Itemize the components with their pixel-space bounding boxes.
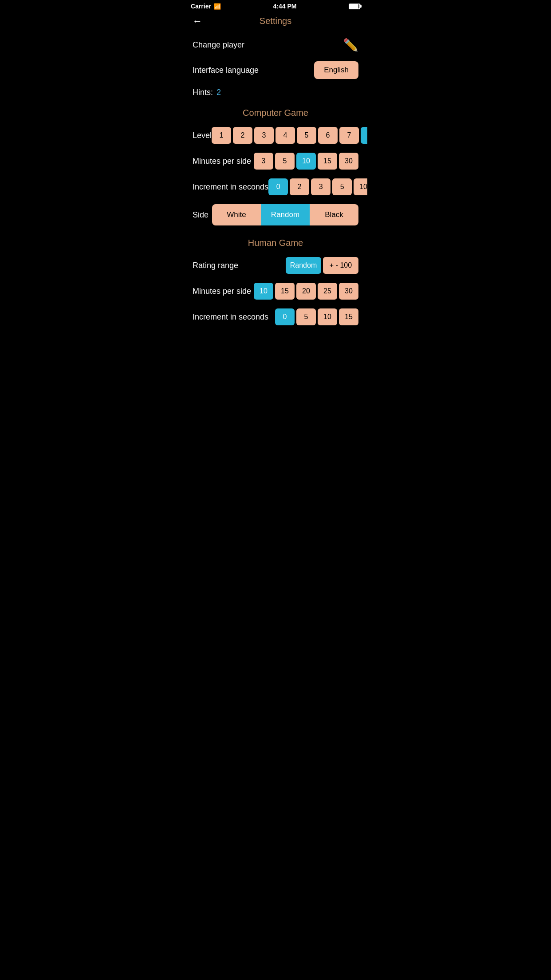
human-minutes-btn-group: 10 15 20 25 30	[254, 283, 358, 300]
hints-row: Hints: 2	[184, 83, 367, 100]
level-btn-5[interactable]: 5	[297, 127, 316, 144]
side-label: Side	[193, 210, 209, 220]
side-btn-random[interactable]: Random	[261, 204, 310, 225]
interface-language-label: Interface language	[193, 66, 259, 75]
computer-minutes-label: Minutes per side	[193, 157, 251, 166]
human-increment-row: Increment in seconds 0 5 10 15	[184, 304, 367, 330]
computer-inc-btn-0[interactable]: 0	[268, 178, 288, 195]
level-btn-4[interactable]: 4	[276, 127, 295, 144]
computer-min-btn-5[interactable]: 5	[275, 153, 295, 170]
pencil-icon[interactable]: ✏️	[343, 38, 358, 52]
human-min-btn-30[interactable]: 30	[339, 283, 358, 300]
wifi-icon: 📶	[214, 3, 221, 10]
language-button[interactable]: English	[314, 61, 358, 79]
computer-min-btn-15[interactable]: 15	[318, 153, 337, 170]
page-title: Settings	[260, 16, 291, 26]
computer-inc-btn-10[interactable]: 10	[354, 178, 367, 195]
carrier-label: Carrier	[191, 3, 211, 10]
human-min-btn-10[interactable]: 10	[254, 283, 273, 300]
computer-game-title: Computer Game	[184, 100, 367, 122]
human-inc-btn-5[interactable]: 5	[296, 308, 316, 325]
computer-min-btn-3[interactable]: 3	[254, 153, 273, 170]
side-btn-black[interactable]: Black	[310, 204, 358, 225]
rating-100-btn[interactable]: + - 100	[323, 257, 358, 274]
human-minutes-label: Minutes per side	[193, 287, 251, 296]
hints-label: Hints:	[193, 88, 213, 97]
computer-minutes-row: Minutes per side 3 5 10 15 30	[184, 148, 367, 174]
human-increment-label: Increment in seconds	[193, 312, 268, 322]
status-left: Carrier 📶	[191, 3, 221, 10]
interface-language-row: Interface language English	[184, 57, 367, 83]
human-inc-btn-0[interactable]: 0	[275, 308, 295, 325]
computer-minutes-btn-group: 3 5 10 15 30	[254, 153, 358, 170]
computer-inc-btn-2[interactable]: 2	[290, 178, 309, 195]
human-min-btn-20[interactable]: 20	[296, 283, 316, 300]
status-bar: Carrier 📶 4:44 PM	[184, 0, 367, 12]
rating-range-btn-group: Random + - 100	[286, 257, 358, 274]
hints-value: 2	[216, 88, 221, 97]
level-btn-7[interactable]: 7	[339, 127, 359, 144]
level-btn-1[interactable]: 1	[212, 127, 231, 144]
computer-inc-btn-3[interactable]: 3	[311, 178, 331, 195]
level-label: Level	[193, 131, 212, 140]
battery-icon	[349, 4, 360, 9]
time-label: 4:44 PM	[273, 3, 297, 10]
human-game-title: Human Game	[184, 230, 367, 253]
side-btn-white[interactable]: White	[212, 204, 261, 225]
change-player-row: Change player ✏️	[184, 33, 367, 57]
human-min-btn-15[interactable]: 15	[275, 283, 295, 300]
human-inc-btn-10[interactable]: 10	[318, 308, 337, 325]
computer-inc-btn-5[interactable]: 5	[332, 178, 352, 195]
change-player-label: Change player	[193, 40, 244, 50]
header: ← Settings	[184, 12, 367, 33]
computer-increment-row: Increment in seconds 0 2 3 5 10	[184, 174, 367, 200]
level-btn-group: 1 2 3 4 5 6 7 8	[212, 127, 367, 144]
level-btn-8[interactable]: 8	[361, 127, 367, 144]
side-btn-group: White Random Black	[212, 204, 358, 225]
computer-increment-btn-group: 0 2 3 5 10	[268, 178, 367, 195]
rating-range-row: Rating range Random + - 100	[184, 253, 367, 278]
side-row: Side White Random Black	[184, 200, 367, 230]
back-button[interactable]: ←	[193, 16, 202, 27]
rating-range-label: Rating range	[193, 261, 238, 270]
rating-random-btn[interactable]: Random	[286, 257, 321, 274]
human-increment-btn-group: 0 5 10 15	[275, 308, 358, 325]
level-btn-2[interactable]: 2	[233, 127, 252, 144]
computer-min-btn-30[interactable]: 30	[339, 153, 358, 170]
level-btn-3[interactable]: 3	[254, 127, 274, 144]
human-minutes-row: Minutes per side 10 15 20 25 30	[184, 278, 367, 304]
level-btn-6[interactable]: 6	[318, 127, 338, 144]
level-row: Level 1 2 3 4 5 6 7 8	[184, 122, 367, 148]
human-min-btn-25[interactable]: 25	[318, 283, 337, 300]
computer-min-btn-10[interactable]: 10	[296, 153, 316, 170]
computer-increment-label: Increment in seconds	[193, 182, 268, 192]
human-inc-btn-15[interactable]: 15	[339, 308, 358, 325]
